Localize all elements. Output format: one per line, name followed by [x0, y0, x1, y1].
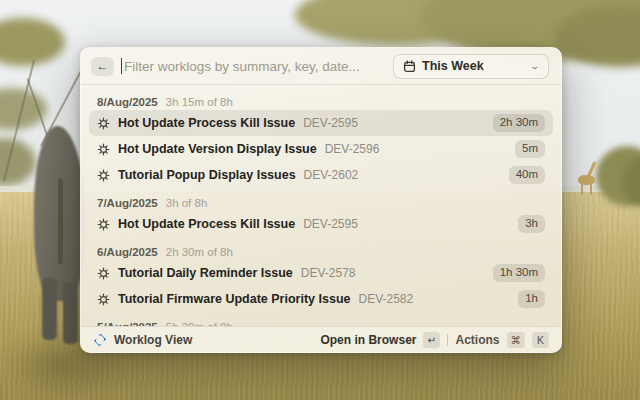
section-date: 6/Aug/2025	[97, 246, 158, 258]
issue-title: Hot Update Process Kill Issue	[118, 217, 295, 231]
date-range-dropdown[interactable]: This Week ⌄	[393, 54, 549, 79]
issue-key: DEV-2595	[303, 217, 358, 231]
cmd-key-icon: ⌘	[507, 332, 526, 348]
bug-icon	[97, 218, 110, 231]
text-cursor	[121, 58, 122, 74]
issue-key: DEV-2578	[301, 266, 356, 280]
k-key-icon: K	[532, 332, 549, 348]
duration-badge: 1h	[518, 290, 545, 308]
section-header: 6/Aug/20252h 30m of 8h	[81, 237, 561, 260]
issue-title: Hot Update Version Display Issue	[118, 142, 317, 156]
giraffe-leg	[581, 184, 583, 195]
issue-key: DEV-2596	[325, 142, 380, 156]
bug-icon	[97, 267, 110, 280]
calendar-icon	[403, 60, 416, 73]
actions-button[interactable]: Actions	[455, 333, 499, 347]
open-in-browser-button[interactable]: Open in Browser	[320, 333, 416, 347]
date-range-value: This Week	[422, 59, 525, 73]
section-progress: 3h 15m of 8h	[166, 96, 233, 108]
worklog-window: ← This Week ⌄ 8/Aug/20253h 15m of 8hHot …	[80, 47, 562, 353]
section-header: 7/Aug/20253h of 8h	[81, 188, 561, 211]
worklog-row[interactable]: Tutorial Daily Reminder IssueDEV-25781h …	[89, 260, 553, 286]
issue-title: Tutorial Popup Display Issues	[118, 168, 296, 182]
section-date: 8/Aug/2025	[97, 96, 158, 108]
worklog-row[interactable]: Hot Update Process Kill IssueDEV-25952h …	[89, 110, 553, 136]
section-progress: 2h 30m of 8h	[166, 246, 233, 258]
chevron-down-icon: ⌄	[530, 61, 541, 71]
section-header: 8/Aug/20253h 15m of 8h	[81, 87, 561, 110]
issue-key: DEV-2595	[303, 116, 358, 130]
app-title: Worklog View	[114, 333, 192, 347]
worklog-row[interactable]: Hot Update Process Kill IssueDEV-25953h	[89, 211, 553, 237]
back-button[interactable]: ←	[91, 57, 114, 76]
footer-bar: Worklog View Open in Browser ↵ Actions ⌘…	[81, 326, 561, 352]
elephant-tail	[58, 178, 63, 264]
issue-title: Tutorial Firmware Update Priority Issue	[118, 292, 350, 306]
bug-icon	[97, 117, 110, 130]
issue-key: DEV-2582	[358, 292, 413, 306]
duration-badge: 2h 30m	[493, 114, 545, 132]
worklog-row[interactable]: Hot Update Version Display IssueDEV-2596…	[89, 136, 553, 162]
issue-title: Tutorial Daily Reminder Issue	[118, 266, 293, 280]
back-arrow-icon: ←	[97, 59, 109, 73]
worklog-list: 8/Aug/20253h 15m of 8hHot Update Process…	[81, 85, 561, 326]
duration-badge: 1h 30m	[493, 264, 545, 282]
section-progress: 3h of 8h	[166, 197, 208, 209]
footer-actions: Open in Browser ↵ Actions ⌘ K	[320, 332, 549, 348]
footer-divider	[447, 334, 448, 346]
jira-icon	[93, 333, 107, 347]
duration-badge: 3h	[518, 215, 545, 233]
duration-badge: 40m	[509, 166, 545, 184]
bug-icon	[97, 143, 110, 156]
worklog-row[interactable]: Tutorial Popup Display IssuesDEV-260240m	[89, 162, 553, 188]
giraffe-leg	[590, 184, 592, 195]
enter-key-icon: ↵	[423, 332, 440, 348]
worklog-row[interactable]: Tutorial Firmware Update Priority IssueD…	[89, 286, 553, 312]
section-header: 5/Aug/20255h 20m of 8h	[81, 312, 561, 326]
bug-icon	[97, 169, 110, 182]
issue-key: DEV-2602	[304, 168, 359, 182]
bug-icon	[97, 293, 110, 306]
section-date: 7/Aug/2025	[97, 197, 158, 209]
duration-badge: 5m	[515, 140, 545, 158]
issue-title: Hot Update Process Kill Issue	[118, 116, 295, 130]
search-input[interactable]	[124, 59, 393, 74]
search-bar: ← This Week ⌄	[81, 48, 561, 85]
